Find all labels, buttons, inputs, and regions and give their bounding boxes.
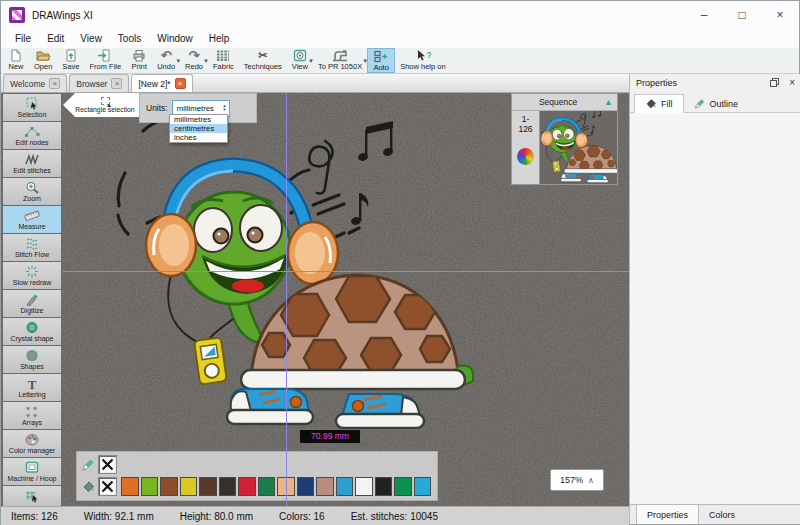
shapes-circle-icon — [24, 349, 40, 363]
properties-panel-header: Properties × — [630, 74, 800, 91]
bottom-tab-properties[interactable]: Properties — [636, 505, 699, 524]
undo-button[interactable]: ↶ Undo ▼ — [152, 48, 180, 73]
color-palette-panel — [76, 451, 438, 501]
scissors-icon: ✂ — [258, 49, 267, 62]
menu-file[interactable]: File — [7, 31, 39, 46]
thread-color-swatches — [121, 477, 431, 496]
outline-pencil-icon — [80, 458, 96, 471]
status-width: Width: 92.1 mm — [84, 511, 154, 522]
tool-arrays[interactable]: ♥♥♥♥ Arrays — [3, 402, 61, 429]
menu-view[interactable]: View — [72, 31, 110, 46]
sequence-header[interactable]: Sequence ▲ — [512, 94, 617, 111]
fabric-button[interactable]: Fabric — [208, 48, 239, 73]
tool-measure[interactable]: Measure — [3, 206, 61, 233]
measure-tick-right — [425, 425, 426, 434]
printer-icon — [131, 49, 147, 62]
palette-swatch[interactable] — [258, 477, 276, 496]
tab-outline[interactable]: Outline — [684, 95, 749, 112]
outline-no-color-swatch[interactable] — [98, 455, 117, 474]
tab-welcome-close-icon[interactable]: × — [49, 78, 60, 89]
tool-lettering[interactable]: T Lettering — [3, 374, 61, 401]
window-title: DRAWings XI — [32, 10, 93, 21]
techniques-button[interactable]: ✂ Techniques — [239, 48, 287, 73]
menu-help[interactable]: Help — [201, 31, 238, 46]
bottom-tab-colors[interactable]: Colors — [699, 505, 745, 524]
combo-arrows-icon: ▲▼ — [222, 104, 226, 113]
save-button[interactable]: Save — [57, 48, 84, 73]
properties-panel: Properties × Fill Outline Properties Col… — [629, 74, 800, 524]
menu-window[interactable]: Window — [149, 31, 201, 46]
outline-tab-icon — [694, 98, 706, 109]
properties-panel-body — [630, 113, 800, 504]
tool-color-manager[interactable]: Color manager — [3, 430, 61, 457]
auto-button[interactable]: Auto — [367, 48, 395, 73]
help-cursor-icon: ? — [415, 49, 431, 62]
auto-hoop-icon — [373, 50, 389, 63]
collapse-triangle-icon[interactable]: ▲ — [604, 97, 613, 107]
show-help-button[interactable]: ? Show help on — [395, 48, 450, 73]
palette-swatch[interactable] — [121, 477, 139, 496]
palette-swatch[interactable] — [375, 477, 393, 496]
tool-edit-stitches[interactable]: Edit stitches — [3, 150, 61, 177]
tab-new2[interactable]: [New 2]* × — [131, 74, 192, 92]
tool-digitize[interactable]: Digitize — [3, 290, 61, 317]
palette-swatch[interactable] — [160, 477, 178, 496]
open-button[interactable]: Open — [29, 48, 57, 73]
sequence-thumbnail[interactable] — [539, 111, 617, 184]
units-option-inches[interactable]: inches — [170, 133, 227, 142]
view-button[interactable]: View ▼ — [287, 48, 313, 73]
menubar: File Edit View Tools Window Help — [1, 29, 799, 48]
tab-browser-close-icon[interactable]: × — [111, 78, 122, 89]
palette-swatch[interactable] — [141, 477, 159, 496]
palette-swatch[interactable] — [297, 477, 315, 496]
palette-swatch[interactable] — [238, 477, 256, 496]
close-panel-icon[interactable]: × — [789, 77, 795, 88]
palette-swatch[interactable] — [355, 477, 373, 496]
tool-edit-nodes[interactable]: Edit nodes — [3, 122, 61, 149]
properties-tabs: Fill Outline — [630, 91, 800, 113]
svg-text:♥: ♥ — [26, 412, 30, 419]
palette-swatch[interactable] — [336, 477, 354, 496]
tab-welcome[interactable]: Welcome × — [3, 74, 67, 92]
main-toolbar: New Open Save From File Print ↶ Undo ▼ ↷… — [1, 48, 799, 74]
float-panel-icon[interactable] — [770, 78, 779, 87]
to-pr-button[interactable]: To PR 1050X ▼ — [313, 48, 367, 73]
palette-swatch[interactable] — [199, 477, 217, 496]
units-option-centimetres[interactable]: centimetres — [170, 124, 227, 133]
svg-text:T: T — [28, 377, 37, 390]
fill-no-color-swatch[interactable] — [98, 477, 117, 496]
arrays-icon: ♥♥♥♥ — [24, 405, 40, 419]
tab-new2-close-icon[interactable]: × — [175, 78, 186, 89]
tab-fill[interactable]: Fill — [634, 94, 684, 113]
palette-swatch[interactable] — [316, 477, 334, 496]
tool-slow-redraw[interactable]: Slow redraw — [3, 262, 61, 289]
palette-swatch[interactable] — [219, 477, 237, 496]
tool-zoom[interactable]: Zoom — [3, 178, 61, 205]
tool-crystal-shape[interactable]: Crystal shape — [3, 318, 61, 345]
tab-browser[interactable]: Browser × — [69, 74, 129, 92]
new-button[interactable]: New — [3, 48, 29, 73]
minimize-button[interactable]: – — [685, 1, 723, 29]
menu-edit[interactable]: Edit — [39, 31, 72, 46]
color-wheel-icon[interactable] — [517, 148, 534, 165]
zoom-level-indicator[interactable]: 157% ∧ — [550, 469, 604, 491]
tool-selection[interactable]: Selection — [3, 94, 61, 121]
menu-tools[interactable]: Tools — [110, 31, 149, 46]
tool-stitch-flow[interactable]: Stitch Flow — [3, 234, 61, 261]
tool-partial[interactable] — [3, 486, 61, 506]
print-button[interactable]: Print — [126, 48, 152, 73]
units-dropdown: millimetres centimetres inches — [169, 114, 228, 143]
palette-swatch[interactable] — [414, 477, 432, 496]
from-file-button[interactable]: From File — [84, 48, 126, 73]
maximize-button[interactable]: □ — [723, 1, 761, 29]
palette-swatch[interactable] — [394, 477, 412, 496]
tool-machine-hoop[interactable]: Machine / Hoop — [3, 458, 61, 485]
design-canvas[interactable]: 70.99 mm Rectangle selection Units: mill… — [63, 93, 629, 506]
rectangle-selection-callout[interactable]: Rectangle selection — [63, 93, 139, 117]
redo-button[interactable]: ↷ Redo ▼ — [180, 48, 208, 73]
zoom-value: 157% — [560, 475, 583, 485]
units-option-millimetres[interactable]: millimetres — [170, 115, 227, 124]
tool-shapes[interactable]: Shapes — [3, 346, 61, 373]
close-button[interactable]: × — [761, 1, 799, 29]
palette-swatch[interactable] — [180, 477, 198, 496]
